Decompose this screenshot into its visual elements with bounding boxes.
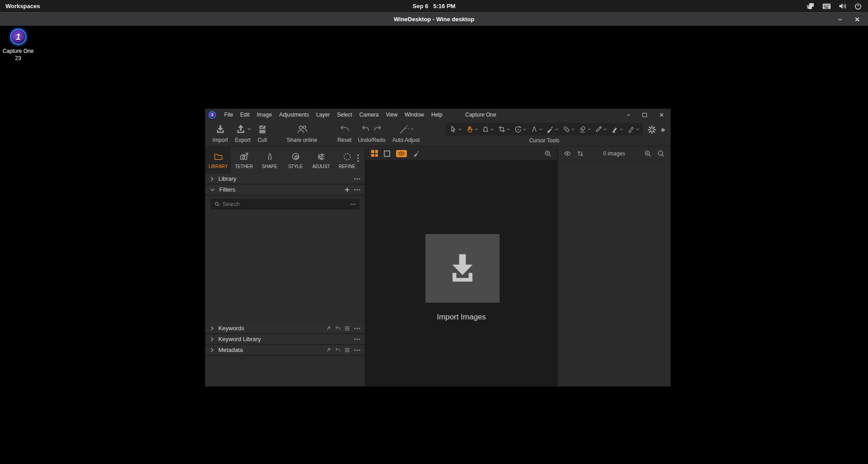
wine-close-button[interactable]: ✕ [854, 16, 860, 23]
viewer-view-icon[interactable] [384, 150, 390, 157]
eye-icon[interactable] [564, 151, 571, 156]
menu-view[interactable]: View [382, 109, 401, 121]
sort-icon[interactable] [577, 150, 584, 157]
loupe-tool[interactable] [481, 125, 494, 133]
keyboard-layout-icon[interactable] [822, 3, 831, 9]
draw-tool[interactable] [627, 125, 639, 133]
more-options-icon[interactable] [354, 338, 360, 340]
browser-search-icon[interactable] [657, 150, 665, 157]
volume-icon[interactable] [839, 3, 847, 9]
reset-button[interactable]: Reset [335, 124, 354, 143]
select-tool[interactable] [449, 125, 462, 133]
power-icon[interactable] [854, 3, 862, 10]
annotate-brush-icon[interactable] [413, 150, 420, 157]
menu-window[interactable]: Window [401, 109, 428, 121]
float-panel-icon[interactable] [326, 347, 331, 352]
workspaces-button[interactable]: Workspaces [5, 3, 40, 9]
import-images-tile[interactable] [425, 234, 500, 303]
share-online-button[interactable]: Share online [280, 124, 324, 143]
share-online-icon [296, 124, 308, 135]
menu-help[interactable]: Help [428, 109, 446, 121]
menu-image[interactable]: Image [253, 109, 275, 121]
add-filter-icon[interactable] [344, 187, 350, 192]
fill-mask-tool[interactable] [611, 125, 623, 133]
search-input[interactable] [222, 201, 349, 207]
auto-adjust-button[interactable]: Auto Adjust [388, 124, 424, 143]
wine-minimize-button[interactable]: – [838, 17, 842, 22]
grid-view-icon[interactable] [371, 150, 378, 157]
menu-file[interactable]: File [221, 109, 236, 121]
tab-library[interactable]: LIBRARY [205, 147, 231, 174]
menu-adjustments[interactable]: Adjustments [275, 109, 312, 121]
tab-style[interactable]: STYLE [283, 147, 308, 174]
menu-select[interactable]: Select [333, 109, 355, 121]
search-box[interactable] [211, 199, 359, 210]
search-options-icon[interactable] [350, 203, 356, 205]
viewer-zoom-icon[interactable] [544, 150, 552, 157]
crop-tool[interactable] [498, 125, 510, 133]
more-options-icon[interactable] [354, 178, 360, 180]
menu-lines-icon[interactable] [344, 326, 350, 331]
menu-edit[interactable]: Edit [236, 109, 253, 121]
rotate-tool[interactable] [514, 125, 526, 133]
chevron-down-icon [620, 128, 623, 131]
pick-color-tool[interactable] [594, 125, 607, 133]
redo-icon [372, 124, 382, 135]
workspace-switcher-icon[interactable] [807, 3, 815, 9]
sparkle-icon[interactable] [647, 125, 657, 135]
straighten-tool[interactable] [530, 125, 542, 133]
chevron-down-icon [507, 128, 510, 131]
kebab-vertical-icon [357, 154, 359, 162]
keyword-library-panel-header[interactable]: Keyword Library [205, 334, 365, 345]
menu-lines-icon[interactable] [344, 348, 350, 352]
chevron-right-icon [210, 337, 214, 342]
chevron-down-icon [588, 128, 591, 131]
library-panel-header[interactable]: Library [205, 174, 365, 185]
menu-camera[interactable]: Camera [356, 109, 382, 121]
more-options-icon[interactable] [354, 189, 360, 191]
chevron-down-icon [475, 128, 478, 131]
tether-camera-icon [239, 152, 249, 162]
chevron-down-icon [571, 128, 575, 131]
cull-label: Cull [258, 137, 267, 143]
tabs-overflow-button[interactable] [357, 154, 363, 162]
import-icon [215, 124, 226, 135]
viewer-area: Import Images [365, 147, 558, 386]
more-options-icon[interactable] [354, 328, 360, 329]
app-minimize-button[interactable]: – [627, 113, 630, 117]
toolbar-overflow-button[interactable]: » [661, 126, 665, 134]
reset-panel-icon[interactable] [335, 326, 340, 331]
capture-one-logo-icon: 1 [10, 28, 27, 45]
keywords-panel-header[interactable]: Keywords [205, 323, 365, 334]
import-button[interactable]: Import [210, 124, 231, 143]
float-panel-icon[interactable] [326, 326, 331, 331]
export-button[interactable]: Export [231, 124, 255, 143]
filters-panel-header[interactable]: Filters [205, 185, 365, 196]
draw-mask-tool[interactable] [546, 125, 558, 133]
tab-refine[interactable]: REFINE [334, 147, 360, 174]
reset-panel-icon[interactable] [335, 347, 340, 352]
erase-tool[interactable] [579, 125, 591, 133]
clock[interactable]: Sep 6 5:16 PM [413, 3, 456, 9]
tab-adjust[interactable]: ADJUST [308, 147, 334, 174]
wine-title-bar[interactable]: WineDesktop - Wine desktop – ✕ [0, 12, 868, 26]
left-sidebar: LIBRARY TETHER [205, 147, 365, 386]
proof-view-icon[interactable] [396, 150, 407, 157]
heal-tool[interactable] [562, 125, 575, 133]
desktop-shortcut-capture-one[interactable]: 1 Capture One 23 [1, 28, 35, 62]
chevron-down-icon [604, 128, 607, 131]
more-options-icon[interactable] [354, 349, 360, 351]
app-close-button[interactable]: ✕ [659, 112, 664, 118]
tab-shape[interactable]: SHAPE [257, 147, 283, 174]
cursor-tools-strip [446, 123, 643, 136]
browser-zoom-icon[interactable] [644, 150, 651, 157]
pan-tool[interactable] [466, 125, 478, 133]
shape-icon [265, 152, 275, 162]
cull-button[interactable]: Cull [253, 124, 271, 143]
metadata-panel-header[interactable]: Metadata [205, 345, 365, 356]
chevron-right-icon [210, 176, 214, 182]
tab-tether[interactable]: TETHER [231, 147, 257, 174]
menu-layer[interactable]: Layer [312, 109, 333, 121]
undo-redo-button[interactable]: Undo/Redo [356, 124, 387, 143]
app-maximize-button[interactable] [642, 113, 647, 117]
